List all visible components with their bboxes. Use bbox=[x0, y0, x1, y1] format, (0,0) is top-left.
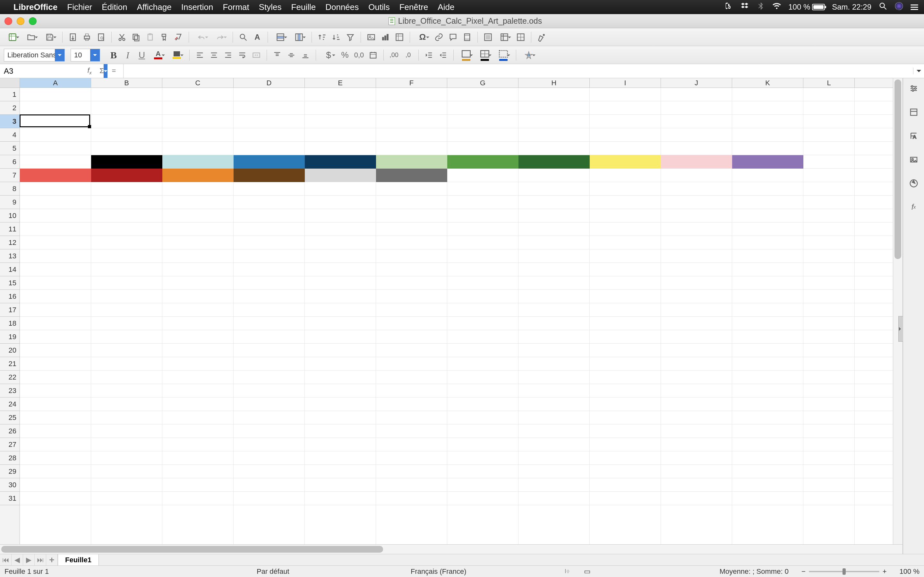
row-header-2[interactable]: 2 bbox=[0, 101, 19, 115]
row-header-23[interactable]: 23 bbox=[0, 384, 19, 398]
palette-cell[interactable] bbox=[234, 169, 305, 182]
palette-cell[interactable] bbox=[20, 169, 91, 182]
highlight-color-button[interactable] bbox=[168, 49, 186, 61]
percent-format-button[interactable]: % bbox=[338, 49, 351, 61]
menu-fenetre[interactable]: Fenêtre bbox=[399, 2, 428, 12]
formula-expand-button[interactable] bbox=[913, 68, 924, 74]
menu-aide[interactable]: Aide bbox=[438, 2, 454, 12]
row-headers[interactable]: 1234567891011121314151617181920212223242… bbox=[0, 88, 20, 544]
sidebar-properties-icon[interactable] bbox=[907, 105, 921, 119]
row-header-17[interactable]: 17 bbox=[0, 303, 19, 317]
sidebar-navigator-icon[interactable] bbox=[907, 176, 921, 190]
sidebar-collapse-handle[interactable] bbox=[898, 316, 903, 342]
align-right-button[interactable] bbox=[222, 49, 234, 61]
status-language[interactable]: Français (France) bbox=[411, 567, 467, 576]
define-print-area-button[interactable] bbox=[481, 31, 494, 44]
equals-button[interactable]: = bbox=[109, 67, 119, 75]
palette-cell[interactable] bbox=[162, 155, 234, 169]
select-all-corner[interactable] bbox=[0, 78, 20, 88]
spotlight-icon[interactable] bbox=[879, 2, 887, 13]
notification-center-icon[interactable] bbox=[911, 3, 918, 11]
align-top-button[interactable] bbox=[271, 49, 284, 61]
redo-button[interactable] bbox=[212, 31, 229, 44]
horizontal-scrollbar[interactable] bbox=[0, 544, 903, 554]
menu-insertion[interactable]: Insertion bbox=[181, 2, 213, 12]
col-header-K[interactable]: K bbox=[732, 78, 803, 87]
wifi-tray-icon[interactable] bbox=[772, 2, 781, 13]
row-header-5[interactable]: 5 bbox=[0, 142, 19, 155]
remove-decimal-button[interactable]: ,0 bbox=[402, 49, 415, 61]
row-header-27[interactable]: 27 bbox=[0, 438, 19, 451]
col-header-D[interactable]: D bbox=[234, 78, 305, 87]
add-decimal-button[interactable]: ,00 bbox=[388, 49, 401, 61]
split-window-button[interactable] bbox=[514, 31, 527, 44]
palette-cell[interactable] bbox=[305, 155, 376, 169]
conditional-formatting-button[interactable] bbox=[520, 49, 537, 61]
name-box[interactable] bbox=[0, 64, 80, 78]
col-header-H[interactable]: H bbox=[519, 78, 590, 87]
align-left-button[interactable] bbox=[194, 49, 206, 61]
col-ops-button[interactable] bbox=[290, 31, 308, 44]
menu-fichier[interactable]: Fichier bbox=[67, 2, 92, 12]
sidebar-functions-icon[interactable]: fx bbox=[907, 200, 921, 214]
status-selection-mode[interactable]: ▭ bbox=[584, 567, 591, 576]
row-header-4[interactable]: 4 bbox=[0, 128, 19, 142]
function-wizard-button[interactable]: fx bbox=[85, 66, 94, 75]
col-header-F[interactable]: F bbox=[376, 78, 447, 87]
find-replace-button[interactable] bbox=[237, 31, 250, 44]
menu-affichage[interactable]: Affichage bbox=[137, 2, 172, 12]
underline-button[interactable]: U bbox=[136, 49, 148, 61]
formula-input[interactable] bbox=[123, 64, 913, 78]
sidebar-settings-icon[interactable] bbox=[907, 81, 921, 95]
save-button[interactable] bbox=[41, 31, 58, 44]
menu-format[interactable]: Format bbox=[223, 2, 249, 12]
new-document-button[interactable] bbox=[4, 31, 21, 44]
col-header-A[interactable]: A bbox=[20, 78, 91, 87]
row-header-8[interactable]: 8 bbox=[0, 182, 19, 195]
row-header-13[interactable]: 13 bbox=[0, 250, 19, 263]
row-header-3[interactable]: 3 bbox=[0, 115, 19, 128]
row-header-20[interactable]: 20 bbox=[0, 343, 19, 357]
palette-cell[interactable] bbox=[234, 155, 305, 169]
bold-button[interactable]: B bbox=[107, 49, 120, 61]
copy-button[interactable] bbox=[129, 31, 142, 44]
borders-button[interactable] bbox=[457, 49, 475, 61]
date-format-button[interactable] bbox=[367, 49, 380, 61]
show-draw-functions-button[interactable] bbox=[535, 31, 548, 44]
row-header-30[interactable]: 30 bbox=[0, 478, 19, 492]
cut-button[interactable] bbox=[115, 31, 128, 44]
border-style-button[interactable] bbox=[476, 49, 493, 61]
window-minimize-button[interactable] bbox=[17, 17, 24, 25]
tab-prev-button[interactable]: ◀ bbox=[11, 554, 23, 566]
sort-asc-button[interactable] bbox=[316, 31, 328, 44]
palette-cell[interactable] bbox=[376, 169, 447, 182]
undo-button[interactable] bbox=[193, 31, 210, 44]
col-header-C[interactable]: C bbox=[162, 78, 234, 87]
palette-cell[interactable] bbox=[305, 169, 376, 182]
clock[interactable]: Sam. 22:29 bbox=[832, 3, 871, 11]
italic-button[interactable]: I bbox=[121, 49, 134, 61]
menu-feuille[interactable]: Feuille bbox=[291, 2, 316, 12]
clone-formatting-button[interactable] bbox=[158, 31, 171, 44]
palette-cell[interactable] bbox=[732, 155, 803, 169]
app-menu[interactable]: LibreOffice bbox=[13, 2, 57, 12]
row-header-9[interactable]: 9 bbox=[0, 195, 19, 209]
palette-cell[interactable] bbox=[376, 155, 447, 169]
align-center-button[interactable] bbox=[208, 49, 220, 61]
palette-cell[interactable] bbox=[590, 155, 661, 169]
col-header-I[interactable]: I bbox=[590, 78, 661, 87]
increase-indent-button[interactable] bbox=[423, 49, 435, 61]
palette-cell[interactable] bbox=[91, 169, 162, 182]
sort-desc-button[interactable] bbox=[330, 31, 342, 44]
row-header-18[interactable]: 18 bbox=[0, 317, 19, 330]
row-ops-button[interactable] bbox=[272, 31, 289, 44]
insert-hyperlink-button[interactable] bbox=[433, 31, 445, 44]
headers-footers-button[interactable] bbox=[461, 31, 473, 44]
zoom-slider[interactable]: − + bbox=[801, 567, 887, 576]
row-header-31[interactable]: 31 bbox=[0, 492, 19, 505]
insert-special-char-button[interactable]: Ω bbox=[414, 31, 431, 44]
row-header-6[interactable]: 6 bbox=[0, 155, 19, 169]
row-header-24[interactable]: 24 bbox=[0, 398, 19, 411]
row-header-15[interactable]: 15 bbox=[0, 276, 19, 290]
bluetooth-tray-icon[interactable] bbox=[756, 2, 765, 13]
